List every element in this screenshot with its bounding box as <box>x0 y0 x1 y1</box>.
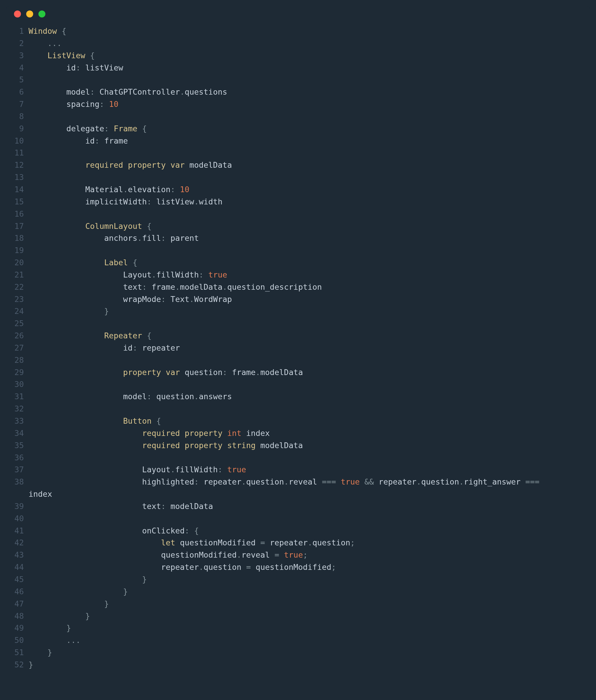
token-prop: model <box>66 88 90 96</box>
token-punc: : <box>133 343 137 352</box>
token-kw: property <box>123 368 161 377</box>
line-number: 47 <box>6 598 24 610</box>
token-punc: : <box>199 270 203 279</box>
code-line: required property int index <box>28 427 590 440</box>
code-line <box>28 110 590 123</box>
line-number: 20 <box>6 256 24 269</box>
line-number: 12 <box>6 159 24 171</box>
token-id: repeater <box>142 343 180 352</box>
token-punc: . <box>459 477 464 486</box>
token-prop: model <box>123 392 147 401</box>
code-line: implicitWidth: listView.width <box>28 196 590 208</box>
code-line: delegate: Frame { <box>28 123 590 135</box>
token-kw: property <box>128 160 165 170</box>
line-number: 43 <box>6 549 24 561</box>
token-id: modelData <box>180 282 222 292</box>
line-number: 44 <box>6 561 24 573</box>
line-number: 39 <box>6 500 24 512</box>
close-icon[interactable] <box>14 10 21 18</box>
token-prop: fillWidth <box>175 465 218 474</box>
token-id: modelData <box>260 368 303 377</box>
line-number: 46 <box>6 585 24 598</box>
code-line: anchors.fill: parent <box>28 232 590 244</box>
token-prop: text <box>142 502 161 511</box>
token-punc: : <box>104 124 109 133</box>
token-punc: : <box>194 477 199 486</box>
line-number: 14 <box>6 183 24 196</box>
token-punc: : <box>147 392 151 401</box>
token-prop: elevation <box>128 185 170 194</box>
token-punc: . <box>416 477 421 486</box>
token-kw: var <box>171 160 185 170</box>
minimize-icon[interactable] <box>26 10 33 18</box>
token-id: Layout <box>142 465 171 474</box>
line-number: 51 <box>6 646 24 659</box>
token-type: Window <box>28 26 57 35</box>
token-punc: ... <box>66 636 81 645</box>
code-line: model: question.answers <box>28 391 590 403</box>
token-kw: property <box>184 441 222 450</box>
line-number: 11 <box>6 147 24 159</box>
code-line: required property var modelData <box>28 159 590 171</box>
token-punc: . <box>256 368 260 377</box>
token-id: reveal <box>289 477 317 486</box>
line-number: 8 <box>6 110 24 123</box>
code-line: index <box>28 488 590 500</box>
token-prop: text <box>123 282 142 292</box>
token-id: questionModified <box>180 538 256 547</box>
token-kw: string <box>227 441 256 450</box>
token-punc: { <box>62 26 66 35</box>
token-prop: id <box>66 63 76 72</box>
token-id: right_answer <box>464 477 521 486</box>
line-number: 5 <box>6 74 24 86</box>
token-punc: } <box>47 648 52 657</box>
code-line: } <box>28 585 590 598</box>
token-punc: } <box>104 599 109 608</box>
token-id: questionModified <box>161 550 237 559</box>
line-number: 41 <box>6 525 24 537</box>
line-number: 49 <box>6 622 24 634</box>
token-prop: spacing <box>66 100 100 108</box>
code-editor[interactable]: 1234567891011121314151617181920212223242… <box>6 22 590 680</box>
line-number: 15 <box>6 196 24 208</box>
token-bool: true <box>208 270 227 279</box>
line-number <box>6 488 24 500</box>
token-punc: { <box>133 258 137 267</box>
code-line <box>28 403 590 415</box>
token-punc: . <box>137 233 142 243</box>
code-line: ... <box>28 634 590 646</box>
token-id: reveal <box>241 550 270 559</box>
line-number: 29 <box>6 366 24 378</box>
code-line: } <box>28 659 590 671</box>
token-op: === <box>525 477 540 486</box>
code-line <box>28 171 590 183</box>
code-line: id: frame <box>28 135 590 147</box>
token-punc: . <box>171 465 175 474</box>
token-punc: . <box>223 282 227 292</box>
line-number: 50 <box>6 634 24 646</box>
code-line: ... <box>28 37 590 50</box>
code-line: id: listView <box>28 62 590 74</box>
code-line: Repeater { <box>28 330 590 342</box>
line-number: 28 <box>6 354 24 366</box>
line-number: 33 <box>6 415 24 427</box>
line-number: 3 <box>6 50 24 62</box>
token-num: 10 <box>109 100 119 108</box>
line-number: 19 <box>6 244 24 256</box>
line-number: 32 <box>6 403 24 415</box>
code-line: Material.elevation: 10 <box>28 183 590 196</box>
token-id: modelData <box>260 441 303 450</box>
token-punc: : <box>161 502 165 511</box>
token-id: Layout <box>123 270 152 279</box>
token-punc: : <box>171 185 175 194</box>
token-prop: highlighted <box>142 477 194 486</box>
token-punc: . <box>284 477 289 486</box>
code-line: Layout.fillWidth: true <box>28 269 590 281</box>
token-kw: required <box>142 429 180 438</box>
code-content[interactable]: Window { ... ListView { id: listView mod… <box>28 25 590 671</box>
line-number: 7 <box>6 98 24 110</box>
code-line: let questionModified = repeater.question… <box>28 536 590 549</box>
token-punc: : <box>100 100 104 108</box>
maximize-icon[interactable] <box>38 10 45 18</box>
line-number: 34 <box>6 427 24 440</box>
